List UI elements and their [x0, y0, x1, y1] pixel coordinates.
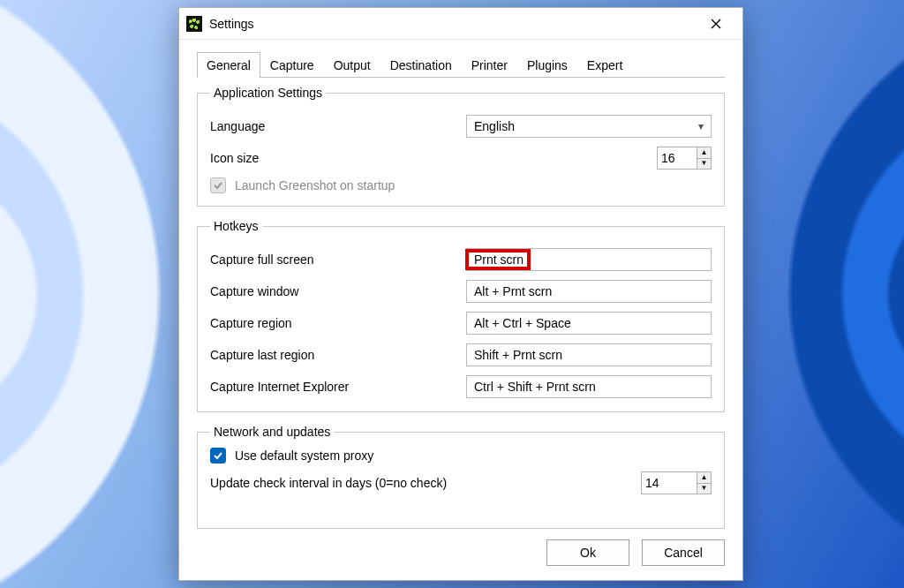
icon-size-down[interactable]: ▼: [697, 159, 711, 170]
capture-full-screen-input[interactable]: Prnt scrn: [466, 248, 712, 271]
icon-size-label: Icon size: [210, 151, 466, 165]
tab-row: General Capture Output Destination Print…: [179, 40, 742, 78]
tab-expert[interactable]: Expert: [577, 52, 632, 78]
application-settings-legend: Application Settings: [210, 86, 326, 100]
capture-region-input[interactable]: Alt + Ctrl + Space: [466, 312, 712, 335]
tab-printer[interactable]: Printer: [462, 52, 517, 78]
icon-size-up[interactable]: ▲: [697, 147, 711, 159]
capture-window-value: Alt + Prnt scrn: [474, 284, 552, 298]
tab-capture[interactable]: Capture: [260, 52, 324, 78]
language-label: Language: [210, 119, 466, 133]
icon-size-value: 16: [658, 147, 697, 169]
dialog-buttons: Ok Cancel: [179, 539, 742, 580]
launch-on-startup-label: Launch Greenshot on startup: [235, 178, 395, 192]
update-interval-up[interactable]: ▲: [697, 472, 711, 484]
chevron-down-icon: ▾: [698, 120, 704, 132]
check-icon: [213, 450, 223, 461]
tab-general[interactable]: General: [197, 52, 260, 78]
network-updates-legend: Network and updates: [210, 425, 334, 439]
update-interval-stepper[interactable]: 14 ▲ ▼: [641, 471, 712, 494]
settings-window: Settings General Capture Output Destinat…: [178, 7, 743, 581]
desktop-background: Settings General Capture Output Destinat…: [0, 0, 904, 588]
capture-ie-value: Ctrl + Shift + Prnt scrn: [474, 380, 596, 394]
use-system-proxy-label: Use default system proxy: [235, 449, 373, 463]
general-panel: Application Settings Language English ▾ …: [197, 86, 725, 529]
hotkeys-legend: Hotkeys: [210, 219, 262, 233]
icon-size-stepper[interactable]: 16 ▲ ▼: [657, 147, 712, 170]
use-system-proxy-checkbox[interactable]: [210, 448, 226, 464]
capture-window-label: Capture window: [210, 284, 466, 298]
check-icon: [213, 180, 223, 191]
highlight-annotation: Prnt scrn: [467, 251, 529, 268]
capture-window-input[interactable]: Alt + Prnt scrn: [466, 280, 712, 303]
update-interval-down[interactable]: ▼: [697, 484, 711, 494]
capture-full-screen-label: Capture full screen: [210, 253, 466, 267]
app-icon: [186, 16, 202, 32]
launch-on-startup-checkbox[interactable]: [210, 177, 226, 193]
language-select[interactable]: English ▾: [466, 115, 712, 138]
network-updates-group: Network and updates Use default system p…: [197, 425, 725, 529]
titlebar: Settings: [179, 8, 742, 40]
tab-plugins[interactable]: Plugins: [517, 52, 577, 78]
capture-last-region-input[interactable]: Shift + Prnt scrn: [466, 343, 712, 366]
capture-ie-input[interactable]: Ctrl + Shift + Prnt scrn: [466, 375, 712, 398]
cancel-button[interactable]: Cancel: [642, 539, 725, 566]
capture-region-label: Capture region: [210, 316, 466, 330]
close-button[interactable]: [697, 11, 735, 37]
tab-output[interactable]: Output: [324, 52, 380, 78]
application-settings-group: Application Settings Language English ▾ …: [197, 86, 725, 207]
close-icon: [711, 19, 721, 29]
update-interval-value: 14: [642, 472, 697, 494]
update-interval-label: Update check interval in days (0=no chec…: [210, 476, 641, 490]
window-title: Settings: [209, 17, 254, 31]
capture-last-region-label: Capture last region: [210, 348, 466, 362]
language-value: English: [474, 119, 515, 133]
hotkeys-group: Hotkeys Capture full screen Prnt scrn Ca…: [197, 219, 725, 412]
capture-ie-label: Capture Internet Explorer: [210, 380, 466, 394]
ok-button[interactable]: Ok: [546, 539, 629, 566]
tab-destination[interactable]: Destination: [380, 52, 462, 78]
capture-region-value: Alt + Ctrl + Space: [474, 316, 571, 330]
capture-last-region-value: Shift + Prnt scrn: [474, 348, 562, 362]
capture-full-screen-value: Prnt scrn: [474, 253, 524, 267]
